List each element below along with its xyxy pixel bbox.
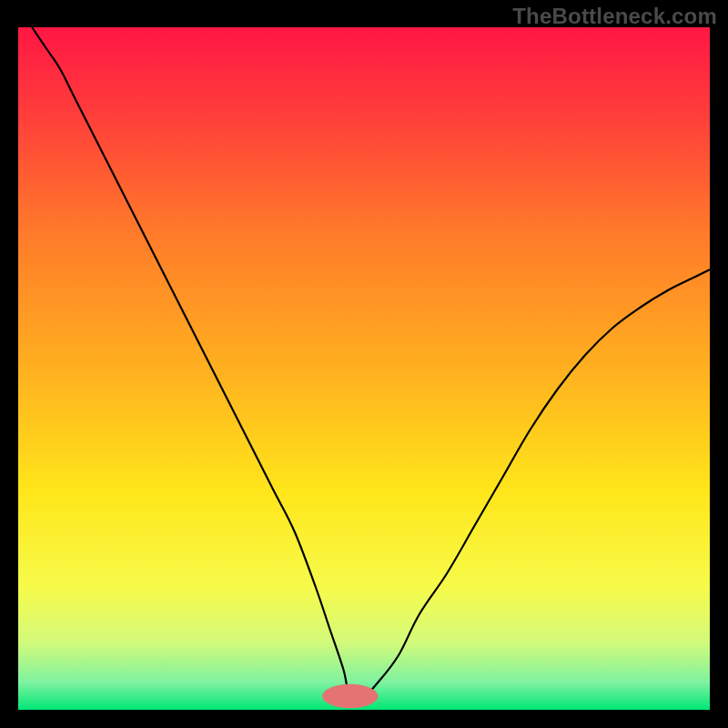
watermark-text: TheBottleneck.com (512, 4, 717, 29)
plot-area (18, 27, 710, 710)
chart-frame: TheBottleneck.com (0, 0, 728, 728)
gradient-background (18, 27, 710, 710)
optimal-marker (322, 684, 378, 709)
chart-svg (18, 27, 710, 710)
